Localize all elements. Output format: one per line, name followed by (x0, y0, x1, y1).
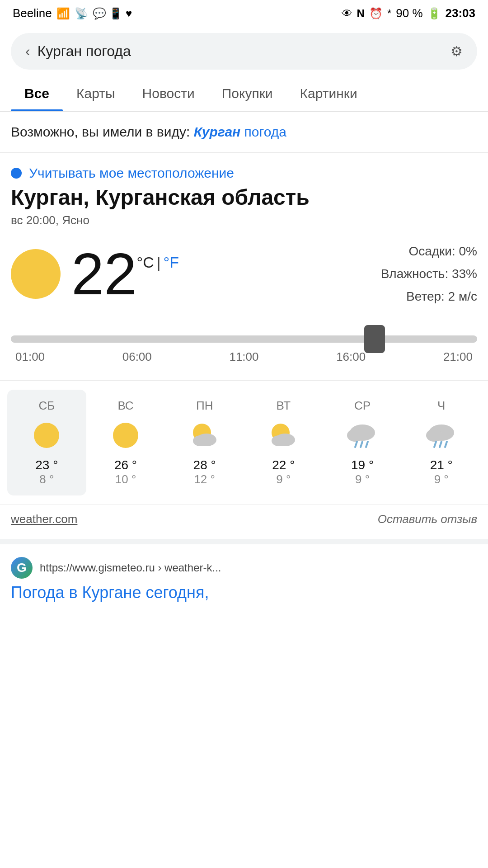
day-card-0[interactable]: СБ 23 ° 8 ° (7, 390, 86, 495)
temperature-units: °С | °F (137, 245, 179, 271)
tabs-bar: Все Карты Новости Покупки Картинки (0, 76, 488, 112)
status-right: 👁 N ⏰ * 90 % 🔋 23:03 (342, 6, 475, 20)
bluetooth-icon: * (387, 7, 391, 20)
tab-maps[interactable]: Карты (63, 76, 129, 111)
day-card-1[interactable]: ВС 26 ° 10 ° (86, 390, 165, 495)
day-icon-4 (347, 420, 378, 451)
sun-icon (11, 249, 61, 299)
result-source-row: G https://www.gismeteo.ru › weather-k... (11, 557, 477, 579)
day-card-5[interactable]: Ч 21 ° 9 ° (402, 390, 481, 495)
tab-all[interactable]: Все (11, 76, 63, 111)
svg-line-11 (361, 442, 362, 447)
svg-point-14 (426, 429, 442, 442)
humidity-label: Влажность: 33% (381, 263, 477, 285)
weather-source-link[interactable]: weather.com (11, 512, 77, 526)
day-card-2[interactable]: ПН 28 ° 12 ° (165, 390, 244, 495)
day-name-1: ВС (117, 399, 133, 413)
svg-line-16 (440, 442, 441, 447)
day-low-1: 10 ° (115, 472, 136, 486)
status-bar: Beeline 📶 📡 💬 📱 ♥ 👁 N ⏰ * 90 % 🔋 23:03 (0, 0, 488, 27)
svg-point-4 (193, 435, 207, 446)
time-label-4: 21:00 (443, 350, 473, 364)
day-low-5: 9 ° (434, 472, 449, 486)
time-label-3: 16:00 (336, 350, 366, 364)
svg-line-17 (445, 442, 447, 447)
weather-details: Осадки: 0% Влажность: 33% Ветер: 2 м/с (381, 240, 477, 308)
status-left: Beeline 📶 📡 💬 📱 ♥ (13, 6, 132, 20)
tab-shopping[interactable]: Покупки (208, 76, 286, 111)
location-text: Учитывать мое местоположение (29, 165, 234, 181)
day-icon-5 (426, 420, 457, 451)
search-query: Курган погода (38, 43, 131, 60)
suggestion-bar[interactable]: Возможно, вы имели в виду: Курган погода (0, 112, 488, 153)
day-card-3[interactable]: ВТ 22 ° 9 ° (244, 390, 323, 495)
day-low-4: 9 ° (355, 472, 370, 486)
day-high-4: 19 ° (351, 458, 374, 472)
suggestion-prefix: Возможно, вы имели в виду: (11, 124, 194, 139)
day-icon-3 (268, 420, 299, 451)
tune-icon[interactable]: ⚙ (450, 43, 463, 59)
timeline-thumb[interactable] (364, 325, 385, 353)
weather-source-bar: weather.com Оставить отзыв (0, 505, 488, 539)
alarm-icon: ⏰ (369, 7, 383, 20)
tab-images[interactable]: Картинки (286, 76, 371, 111)
day-icon-0 (31, 420, 62, 451)
day-high-1: 26 ° (114, 458, 137, 472)
day-high-3: 22 ° (272, 458, 295, 472)
day-icon-2 (189, 420, 220, 451)
weather-review-link[interactable]: Оставить отзыв (378, 512, 477, 526)
search-bar[interactable]: ‹ Курган погода ⚙ (11, 33, 477, 70)
svg-line-10 (355, 442, 357, 447)
battery-label: 90 % (396, 6, 422, 20)
location-bar[interactable]: Учитывать мое местоположение (0, 153, 488, 184)
n-icon: N (357, 7, 365, 20)
suggestion-blue[interactable]: погода (240, 124, 286, 139)
extra-icons: 💬 📱 ♥ (93, 7, 132, 20)
back-icon[interactable]: ‹ (25, 43, 30, 60)
tab-news[interactable]: Новости (129, 76, 208, 111)
location-dot-icon (11, 168, 22, 179)
time-label: 23:03 (446, 6, 476, 20)
day-card-4[interactable]: СР 19 ° 9 ° (323, 390, 402, 495)
day-high-5: 21 ° (430, 458, 453, 472)
time-label-2: 11:00 (229, 350, 258, 364)
svg-point-1 (113, 423, 138, 448)
signal-icon: 📶 (56, 7, 70, 20)
weather-temp-section: 22 °С | °F (11, 245, 179, 303)
weather-main: 22 °С | °F Осадки: 0% Влажность: 33% Вет… (11, 240, 477, 308)
day-high-2: 28 ° (193, 458, 216, 472)
battery-icon: 🔋 (427, 7, 441, 20)
result-favicon: G (11, 557, 33, 579)
timeline-labels: 01:00 06:00 11:00 16:00 21:00 (11, 350, 477, 364)
day-name-2: ПН (196, 399, 213, 413)
day-high-0: 23 ° (35, 458, 58, 472)
svg-point-9 (347, 429, 363, 442)
day-name-0: СБ (38, 399, 55, 413)
svg-line-15 (434, 442, 436, 447)
unit-separator: | (157, 254, 161, 271)
section-divider (0, 539, 488, 544)
svg-point-7 (272, 435, 286, 446)
search-result-gismeteo: G https://www.gismeteo.ru › weather-k...… (0, 544, 488, 615)
precipitation-label: Осадки: 0% (381, 240, 477, 263)
svg-line-12 (366, 442, 368, 447)
result-title[interactable]: Погода в Кургане сегодня, (11, 583, 477, 602)
timeline-section[interactable]: 01:00 06:00 11:00 16:00 21:00 (0, 332, 488, 380)
day-icon-1 (110, 420, 141, 451)
celsius-unit[interactable]: °С (137, 254, 154, 271)
time-label-0: 01:00 (15, 350, 45, 364)
time-label-1: 06:00 (122, 350, 152, 364)
weather-widget: Курган, Курганская область вс 20:00, Ясн… (0, 184, 488, 332)
suggestion-bold[interactable]: Курган (194, 124, 240, 139)
day-name-4: СР (354, 399, 371, 413)
weather-city: Курган, Курганская область (11, 184, 477, 211)
day-name-5: Ч (437, 399, 445, 413)
weekly-forecast: СБ 23 ° 8 ° ВС 26 ° 10 ° ПН 28 ° (0, 380, 488, 505)
fahrenheit-unit[interactable]: °F (164, 254, 179, 271)
eye-icon: 👁 (342, 7, 352, 20)
carrier-label: Beeline (13, 6, 52, 20)
wifi-icon: 📡 (75, 7, 88, 20)
timeline-track[interactable] (11, 335, 477, 343)
day-low-2: 12 ° (194, 472, 215, 486)
day-name-3: ВТ (277, 399, 291, 413)
